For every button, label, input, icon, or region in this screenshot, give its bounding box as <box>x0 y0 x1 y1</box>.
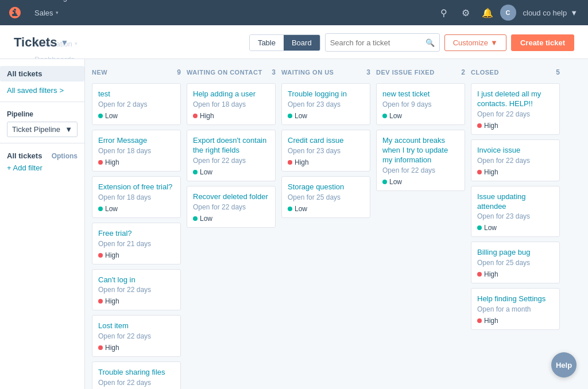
priority-label: Low <box>295 112 307 120</box>
ticket-name[interactable]: Extension of free trial? <box>98 182 175 192</box>
ticket-card[interactable]: Error MessageOpen for 18 daysHigh <box>92 130 181 172</box>
ticket-name[interactable]: Storage question <box>288 182 364 192</box>
ticket-card[interactable]: Issue updating attendeeOpen for 23 daysL… <box>471 186 560 238</box>
ticket-priority: Low <box>288 205 364 213</box>
sidebar: All tickets All saved filters > Pipeline… <box>0 59 85 389</box>
ticket-card[interactable]: Storage questionOpen for 25 daysLow <box>281 176 370 218</box>
search-input[interactable] <box>330 38 423 47</box>
board-view-button[interactable]: Board <box>284 35 320 50</box>
priority-label: Low <box>105 112 118 120</box>
ticket-priority: High <box>477 168 554 176</box>
ticket-card[interactable]: Lost itemOpen for 22 daysHigh <box>92 315 181 357</box>
priority-label: High <box>484 122 498 130</box>
ticket-name[interactable]: Credit card issue <box>288 136 364 146</box>
ticket-name[interactable]: Help adding a user <box>193 90 269 99</box>
ticket-card[interactable]: new test ticketOpen for 9 daysLow <box>376 83 465 125</box>
ticket-card[interactable]: Help finding SettingsOpen for a monthHig… <box>471 288 560 330</box>
ticket-name[interactable]: Trouble logging in <box>288 90 364 99</box>
priority-label: Low <box>389 112 402 120</box>
add-filter-button[interactable]: + Add filter <box>7 162 78 173</box>
ticket-priority: Low <box>288 112 364 120</box>
ticket-priority: Low <box>382 178 459 186</box>
ticket-name[interactable]: Issue updating attendee <box>477 192 554 212</box>
column-count: 3 <box>272 68 276 76</box>
ticket-priority: Low <box>193 168 269 176</box>
column-title: WAITING ON US <box>281 69 334 76</box>
ticket-name[interactable]: Error Message <box>98 136 175 146</box>
ticket-name[interactable]: My account breaks when I try to update m… <box>382 136 459 165</box>
ticket-priority: High <box>477 317 554 325</box>
priority-dot <box>382 114 387 118</box>
ticket-name[interactable]: new test ticket <box>382 90 459 99</box>
ticket-card[interactable]: Free trial?Open for 21 daysHigh <box>92 223 181 264</box>
options-button[interactable]: Options <box>52 152 78 160</box>
priority-dot <box>193 170 198 174</box>
ticket-card[interactable]: Credit card issueOpen for 23 daysHigh <box>281 130 370 172</box>
ticket-age: Open for 18 days <box>98 147 175 155</box>
ticket-card[interactable]: Trouble sharing filesOpen for 22 daysHig… <box>92 361 181 389</box>
nav-item-service[interactable]: Service▾ <box>29 21 93 36</box>
ticket-age: Open for 25 days <box>288 193 364 201</box>
ticket-card[interactable]: Invoice issueOpen for 22 daysHigh <box>471 139 560 181</box>
ticket-name[interactable]: Free trial? <box>98 229 175 239</box>
priority-dot <box>288 160 292 165</box>
priority-label: High <box>200 112 214 120</box>
ticket-name[interactable]: Recover deleted folder <box>193 192 269 202</box>
ticket-search: 🔍 <box>325 33 440 52</box>
view-toggle: Table Board <box>249 34 320 51</box>
ticket-name[interactable]: I just deleted all my contacts. HELP!! <box>477 90 554 109</box>
ticket-card[interactable]: Billing page bugOpen for 25 daysHigh <box>471 242 560 283</box>
nav-item-sales[interactable]: Sales▾ <box>29 5 93 21</box>
page-title[interactable]: Tickets ▼ <box>14 35 68 50</box>
account-menu[interactable]: cloud co help ▼ <box>520 6 582 20</box>
customize-caret: ▼ <box>490 38 498 47</box>
ticket-card[interactable]: testOpen for 2 daysLow <box>92 83 181 125</box>
notifications-icon[interactable]: 🔔 <box>478 3 497 22</box>
pipeline-select[interactable]: Ticket Pipeline ▼ <box>7 122 78 137</box>
ticket-name[interactable]: Can't log in <box>98 275 175 285</box>
ticket-age: Open for 22 days <box>477 110 554 118</box>
priority-label: High <box>484 168 498 176</box>
customize-button[interactable]: Customize ▼ <box>444 34 506 51</box>
column-count: 3 <box>366 68 370 76</box>
ticket-priority: High <box>288 158 364 166</box>
ticket-card[interactable]: I just deleted all my contacts. HELP!!Op… <box>471 83 560 135</box>
ticket-card[interactable]: My account breaks when I try to update m… <box>376 130 465 191</box>
ticket-name[interactable]: Export doesn't contain the right fields <box>193 136 269 155</box>
ticket-age: Open for 9 days <box>382 100 459 108</box>
nav-item-marketing[interactable]: Marketing▾ <box>29 0 93 5</box>
priority-dot <box>193 114 198 118</box>
ticket-name[interactable]: test <box>98 90 175 99</box>
column-count: 9 <box>177 68 181 76</box>
help-button[interactable]: Help <box>551 352 577 378</box>
ticket-name[interactable]: Trouble sharing files <box>98 368 175 378</box>
priority-dot <box>98 299 103 304</box>
settings-icon[interactable]: ⚙ <box>457 3 475 22</box>
ticket-priority: High <box>98 158 175 166</box>
priority-label: High <box>105 158 119 166</box>
ticket-card[interactable]: Extension of free trial?Open for 18 days… <box>92 176 181 218</box>
ticket-age: Open for 22 days <box>193 203 269 211</box>
ticket-card[interactable]: Export doesn't contain the right fieldsO… <box>187 130 276 181</box>
ticket-name[interactable]: Help finding Settings <box>477 294 554 304</box>
search-icon[interactable]: ⚲ <box>435 3 453 22</box>
column-closed: CLOSED5I just deleted all my contacts. H… <box>471 68 560 330</box>
ticket-card[interactable]: Can't log inOpen for 22 daysHigh <box>92 269 181 311</box>
create-ticket-button[interactable]: Create ticket <box>511 34 574 51</box>
hubspot-logo[interactable] <box>7 5 23 21</box>
priority-dot <box>288 207 292 211</box>
ticket-card[interactable]: Recover deleted folderOpen for 22 daysLo… <box>187 186 276 228</box>
ticket-name[interactable]: Billing page bug <box>477 248 554 258</box>
pipeline-label: Pipeline <box>0 108 84 119</box>
ticket-card[interactable]: Help adding a userOpen for 18 daysHigh <box>187 83 276 125</box>
avatar[interactable]: C <box>500 5 516 21</box>
ticket-name[interactable]: Invoice issue <box>477 146 554 155</box>
all-saved-filters-link[interactable]: All saved filters > <box>0 85 84 96</box>
ticket-name[interactable]: Lost item <box>98 321 175 331</box>
priority-label: High <box>105 344 119 352</box>
table-view-button[interactable]: Table <box>250 35 284 50</box>
ticket-age: Open for 22 days <box>382 166 459 174</box>
ticket-card[interactable]: Trouble logging inOpen for 23 daysLow <box>281 83 370 125</box>
sidebar-all-tickets[interactable]: All tickets <box>0 66 84 81</box>
ticket-age: Open for 25 days <box>477 259 554 267</box>
